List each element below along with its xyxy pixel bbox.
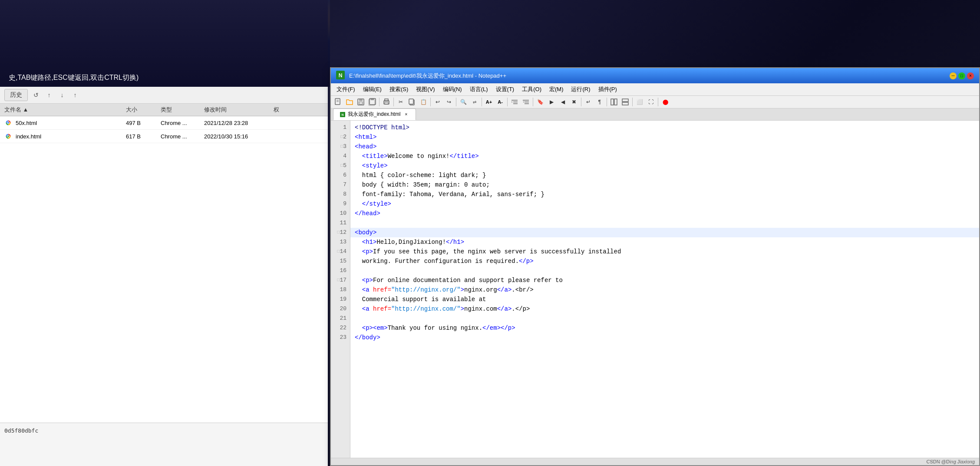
code-p1-close: </p>	[519, 256, 534, 266]
tb-redo[interactable]: ↪	[444, 97, 454, 107]
tb-view-1[interactable]	[609, 97, 619, 107]
header-perms[interactable]: 权	[274, 106, 308, 114]
file-row-index[interactable]: index.html 617 B Chrome ... 2022/10/30 1…	[0, 130, 328, 143]
tb-save[interactable]	[356, 97, 366, 107]
code-h1-indent	[355, 237, 362, 247]
file-row-50x[interactable]: 50x.html 497 B Chrome ... 2021/12/28 23:…	[0, 116, 328, 130]
up-icon[interactable]: ↑	[44, 90, 54, 100]
tb-prev-bookmark[interactable]: ◀	[558, 97, 568, 107]
type-index: Chrome ...	[161, 133, 204, 140]
filename-index: index.html	[16, 133, 41, 140]
menu-tools[interactable]: 工具(O)	[518, 84, 545, 95]
tb-print[interactable]	[381, 97, 392, 107]
type-50x: Chrome ...	[161, 120, 204, 126]
menu-search[interactable]: 搜索(S)	[386, 84, 412, 95]
menu-macro[interactable]: 宏(M)	[546, 84, 567, 95]
code-p1-cont: working. Further configuration is requir…	[355, 256, 519, 266]
tb-word-wrap[interactable]: ↵	[583, 97, 594, 107]
tb-red-circle[interactable]: ⬤	[660, 97, 670, 107]
line-num-7: 7	[331, 180, 350, 190]
code-p3-text: Thank you for using nginx.	[388, 323, 482, 333]
code-line-11	[350, 218, 979, 228]
header-type[interactable]: 类型	[161, 106, 204, 114]
menu-file[interactable]: 文件(F)	[333, 84, 359, 95]
tb-sep-9	[607, 98, 607, 106]
code-line-8: font-family: Tahoma, Verdana, Arial, san…	[350, 190, 979, 199]
npp-app-icon: N	[336, 71, 345, 79]
menu-settings[interactable]: 设置(T)	[492, 84, 518, 95]
tb-copy[interactable]	[407, 97, 417, 107]
tb-show-symbols[interactable]: ¶	[594, 97, 605, 107]
tb-new[interactable]	[333, 97, 343, 107]
code-a1-open: <a	[362, 285, 373, 295]
menu-language[interactable]: 语言(L)	[466, 84, 492, 95]
svg-rect-13	[359, 102, 363, 104]
line-num-16: 16	[331, 266, 350, 276]
tab-close-button[interactable]: ×	[403, 112, 409, 118]
code-a2-close-tag: >	[461, 304, 464, 314]
close-button[interactable]: ×	[967, 72, 974, 79]
code-style-open: <style>	[362, 161, 388, 171]
tb-replace[interactable]: ⇄	[469, 97, 480, 107]
code-p3-close: </em></p>	[482, 323, 515, 333]
line-num-4: 4	[331, 151, 350, 161]
menu-plugins[interactable]: 插件(P)	[595, 84, 620, 95]
tb-find[interactable]: 🔍	[458, 97, 469, 107]
tb-open[interactable]	[344, 97, 355, 107]
code-a2-suffix: .</p>	[511, 304, 530, 314]
svg-rect-30	[614, 99, 617, 105]
line-num-12: □12	[331, 228, 350, 237]
menu-encoding[interactable]: 编码(N)	[439, 84, 465, 95]
header-modified[interactable]: 修改时间	[204, 106, 274, 114]
tb-bookmark[interactable]: 🔖	[535, 97, 545, 107]
npp-tab-main[interactable]: N 我永远爱你_index.html ×	[333, 108, 416, 120]
code-area[interactable]: <!DOCTYPE html> <html> <head> <title>Wel…	[350, 121, 979, 458]
line-num-9: 9	[331, 199, 350, 209]
tb-clear-bookmarks[interactable]: ✖	[569, 97, 579, 107]
tb-indent[interactable]	[509, 97, 520, 107]
history-button[interactable]: 历史	[4, 89, 28, 101]
code-style-close-indent	[355, 199, 362, 209]
code-line-18: <a href="http://nginx.org/">nginx.org</a…	[350, 285, 979, 295]
npp-title-icon: N	[336, 71, 345, 81]
notepad-window: N E:\finalshell\final\temp\edit\我永远爱你_in…	[330, 67, 980, 466]
code-line8-text: font-family: Tahoma, Verdana, Arial, san…	[355, 190, 544, 199]
code-a1-href: "http://nginx.org/"	[391, 285, 461, 295]
tb-paste[interactable]: 📋	[418, 97, 429, 107]
tb-zoom-out[interactable]: A-	[495, 97, 505, 107]
tb-sep-8	[581, 98, 581, 106]
tb-outdent[interactable]	[521, 97, 531, 107]
maximize-button[interactable]: □	[958, 72, 965, 79]
refresh-icon[interactable]: ↺	[31, 90, 41, 100]
tb-view-2[interactable]	[620, 97, 630, 107]
header-size[interactable]: 大小	[126, 106, 161, 114]
tb-fullscreen[interactable]: ⛶	[646, 97, 656, 107]
tb-save-all[interactable]	[367, 97, 377, 107]
tb-zoom-in[interactable]: A+	[484, 97, 494, 107]
code-a1-end: </a>	[497, 285, 512, 295]
code-line-23: </body>	[350, 333, 979, 342]
tb-panel[interactable]: ⬜	[634, 97, 645, 107]
code-line-9: </style>	[350, 199, 979, 209]
upload-icon[interactable]: ↑	[70, 90, 80, 100]
csdn-watermark-overlay: CSDN @Ding Jiaxiong	[927, 459, 976, 464]
header-filename[interactable]: 文件名 ▲	[4, 106, 126, 114]
code-empty-11	[355, 218, 358, 228]
download-icon[interactable]: ↓	[57, 90, 67, 100]
code-commercial-text: Commercial support is available at	[355, 295, 486, 304]
tb-cut[interactable]: ✂	[396, 97, 406, 107]
menu-edit[interactable]: 编辑(E)	[360, 84, 385, 95]
line-num-6: 6	[331, 171, 350, 180]
line-num-10: 10	[331, 209, 350, 218]
tb-undo[interactable]: ↩	[432, 97, 443, 107]
line-num-3: □3	[331, 142, 350, 151]
code-p3-indent	[355, 323, 362, 333]
menu-run[interactable]: 运行(R)	[568, 84, 594, 95]
minimize-button[interactable]: ─	[950, 72, 957, 79]
tb-next-bookmark[interactable]: ▶	[546, 97, 557, 107]
code-line-7: body { width: 35em; margin: 0 auto;	[350, 180, 979, 190]
code-line-2: <html>	[350, 132, 979, 142]
menu-view[interactable]: 视图(V)	[412, 84, 438, 95]
line-num-22: 22	[331, 323, 350, 333]
line-num-8: 8	[331, 190, 350, 199]
